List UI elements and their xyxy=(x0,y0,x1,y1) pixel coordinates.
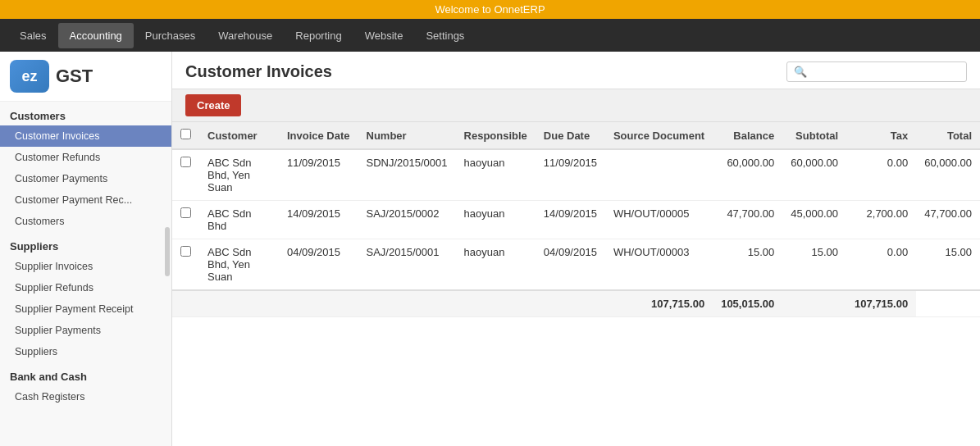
col-responsible[interactable]: Responsible xyxy=(456,122,536,149)
row1-number[interactable]: SDNJ/2015/0001 xyxy=(358,149,456,201)
row1-responsible: haoyuan xyxy=(456,149,536,201)
nav-item-sales[interactable]: Sales xyxy=(8,23,58,48)
row2-tax: 2,700.00 xyxy=(846,201,916,239)
row2-invoice-date: 14/09/2015 xyxy=(279,201,358,239)
row3-invoice-date: 04/09/2015 xyxy=(279,239,358,291)
table-header-row: Customer Invoice Date Number Responsible… xyxy=(172,122,980,149)
col-total[interactable]: Total xyxy=(916,122,980,149)
search-box[interactable]: 🔍 xyxy=(786,61,967,82)
totals-spacer xyxy=(172,290,605,317)
col-subtotal[interactable]: Subtotal xyxy=(782,122,846,149)
sidebar-item-customer-refunds[interactable]: Customer Refunds xyxy=(0,147,171,168)
row3-source-document: WH/OUT/00003 xyxy=(605,239,713,291)
nav-item-accounting[interactable]: Accounting xyxy=(58,23,134,48)
sidebar: ez GST Customers Customer Invoices Custo… xyxy=(0,52,172,446)
sidebar-section-customers[interactable]: Customers xyxy=(0,102,171,125)
row2-responsible: haoyuan xyxy=(456,201,536,239)
row2-source-document: WH/OUT/00005 xyxy=(605,201,713,239)
col-source-document[interactable]: Source Document xyxy=(605,122,713,149)
row1-due-date: 11/09/2015 xyxy=(536,149,605,201)
row1-invoice-date: 11/09/2015 xyxy=(279,149,358,201)
sidebar-item-cash-registers[interactable]: Cash Registers xyxy=(0,386,171,407)
search-icon: 🔍 xyxy=(794,66,807,78)
row3-balance: 15.00 xyxy=(713,239,782,291)
totals-row: 107,715.00 105,015.00 107,715.00 xyxy=(172,290,980,317)
row3-customer[interactable]: ABC Sdn Bhd, Yen Suan xyxy=(199,239,279,291)
row3-subtotal: 15.00 xyxy=(782,239,846,291)
invoice-table-container: Customer Invoice Date Number Responsible… xyxy=(172,122,980,446)
main-layout: ez GST Customers Customer Invoices Custo… xyxy=(0,52,980,446)
table-row: ABC Sdn Bhd, Yen Suan 11/09/2015 SDNJ/20… xyxy=(172,149,980,201)
search-input[interactable] xyxy=(810,66,959,78)
row1-tax: 0.00 xyxy=(846,149,916,201)
row1-customer[interactable]: ABC Sdn Bhd, Yen Suan xyxy=(199,149,279,201)
content-header: Customer Invoices 🔍 xyxy=(172,52,980,89)
row3-number[interactable]: SAJ/2015/0001 xyxy=(358,239,456,291)
row1-checkbox-cell xyxy=(172,149,199,201)
toolbar: Create xyxy=(172,89,980,122)
sidebar-section-bank-cash[interactable]: Bank and Cash xyxy=(0,362,171,386)
nav-item-reporting[interactable]: Reporting xyxy=(284,23,353,48)
row2-checkbox[interactable] xyxy=(180,207,191,218)
create-button[interactable]: Create xyxy=(185,94,241,116)
row3-responsible: haoyuan xyxy=(456,239,536,291)
col-invoice-date[interactable]: Invoice Date xyxy=(279,122,358,149)
row1-checkbox[interactable] xyxy=(180,157,191,167)
col-tax[interactable]: Tax xyxy=(846,122,916,149)
sidebar-item-customer-invoices[interactable]: Customer Invoices xyxy=(0,125,171,147)
row3-checkbox-cell xyxy=(172,239,199,291)
row2-number[interactable]: SAJ/2015/0002 xyxy=(358,201,456,239)
header-checkbox-col xyxy=(172,122,199,149)
sidebar-section-suppliers[interactable]: Suppliers xyxy=(0,232,171,256)
total-balance: 107,715.00 xyxy=(605,290,713,317)
select-all-checkbox[interactable] xyxy=(180,129,191,139)
total-total: 107,715.00 xyxy=(846,290,916,317)
row2-subtotal: 45,000.00 xyxy=(782,201,846,239)
total-subtotal: 105,015.00 xyxy=(713,290,782,317)
row2-balance: 47,700.00 xyxy=(713,201,782,239)
row2-total: 47,700.00 xyxy=(916,201,980,239)
top-nav: Sales Accounting Purchases Warehouse Rep… xyxy=(0,19,980,52)
row1-balance: 60,000.00 xyxy=(713,149,782,201)
row2-customer[interactable]: ABC Sdn Bhd xyxy=(199,201,279,239)
nav-item-website[interactable]: Website xyxy=(353,23,415,48)
sidebar-scrollbar[interactable] xyxy=(165,227,170,276)
row3-tax: 0.00 xyxy=(846,239,916,291)
logo-icon: ez xyxy=(10,60,49,93)
col-customer[interactable]: Customer xyxy=(199,122,279,149)
row2-due-date: 14/09/2015 xyxy=(536,201,605,239)
row1-source-document xyxy=(605,149,713,201)
total-tax xyxy=(782,290,846,317)
invoice-table: Customer Invoice Date Number Responsible… xyxy=(172,122,980,317)
sidebar-item-customers[interactable]: Customers xyxy=(0,211,171,232)
sidebar-item-suppliers[interactable]: Suppliers xyxy=(0,341,171,362)
sidebar-item-customer-payments[interactable]: Customer Payments xyxy=(0,168,171,189)
content-area: Customer Invoices 🔍 Create Customer In xyxy=(172,52,980,446)
nav-item-settings[interactable]: Settings xyxy=(414,23,476,48)
page-title: Customer Invoices xyxy=(185,62,332,81)
row1-subtotal: 60,000.00 xyxy=(782,149,846,201)
sidebar-item-customer-payment-rec[interactable]: Customer Payment Rec... xyxy=(0,189,171,211)
welcome-bar: Welcome to OnnetERP xyxy=(0,0,980,19)
row3-due-date: 04/09/2015 xyxy=(536,239,605,291)
row3-checkbox[interactable] xyxy=(180,246,191,257)
sidebar-item-supplier-invoices[interactable]: Supplier Invoices xyxy=(0,256,171,277)
sidebar-item-supplier-refunds[interactable]: Supplier Refunds xyxy=(0,277,171,298)
col-number[interactable]: Number xyxy=(358,122,456,149)
logo-text: GST xyxy=(56,66,93,87)
row3-total: 15.00 xyxy=(916,239,980,291)
table-row: ABC Sdn Bhd, Yen Suan 04/09/2015 SAJ/201… xyxy=(172,239,980,291)
sidebar-item-supplier-payments[interactable]: Supplier Payments xyxy=(0,320,171,341)
col-balance[interactable]: Balance xyxy=(713,122,782,149)
row1-total: 60,000.00 xyxy=(916,149,980,201)
nav-item-warehouse[interactable]: Warehouse xyxy=(207,23,284,48)
sidebar-logo: ez GST xyxy=(0,52,171,102)
table-row: ABC Sdn Bhd 14/09/2015 SAJ/2015/0002 hao… xyxy=(172,201,980,239)
col-due-date[interactable]: Due Date xyxy=(536,122,605,149)
nav-item-purchases[interactable]: Purchases xyxy=(134,23,207,48)
sidebar-item-supplier-payment-receipt[interactable]: Supplier Payment Receipt xyxy=(0,298,171,320)
row2-checkbox-cell xyxy=(172,201,199,239)
